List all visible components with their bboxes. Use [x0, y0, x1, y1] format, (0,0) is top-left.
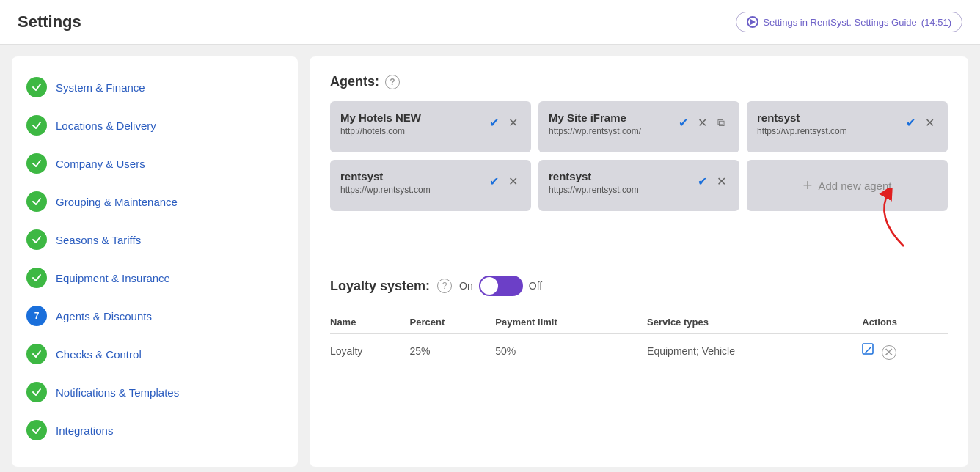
check-icon-grouping-maintenance — [26, 191, 47, 212]
sidebar-label-seasons-tariffs: Seasons & Tariffs — [56, 234, 141, 246]
loyalty-table: Name Percent Payment limit Service types… — [330, 311, 948, 369]
sidebar-item-grouping-maintenance[interactable]: Grouping & Maintenance — [12, 182, 298, 221]
agent-card-5: rentsyst https://wp.rentsyst.com ✔ ✕ — [538, 160, 739, 211]
loyalty-off-label: Off — [529, 280, 542, 292]
sidebar-label-grouping-maintenance: Grouping & Maintenance — [56, 196, 178, 208]
check-icon-equipment-insurance — [26, 268, 47, 288]
loyalty-delete-button[interactable]: ✕ — [882, 345, 896, 360]
sidebar-label-integrations: Integrations — [56, 424, 113, 437]
col-service-types: Service types — [647, 311, 862, 334]
agent-delete-icon-2[interactable]: ✕ — [694, 114, 710, 130]
col-actions: Actions — [862, 311, 948, 334]
loyalty-toggle-container: On Off — [459, 276, 542, 296]
svg-rect-1 — [863, 344, 873, 354]
play-icon — [747, 16, 758, 28]
loyalty-actions: ✕ — [862, 334, 948, 369]
loyalty-name: Loyalty — [330, 334, 410, 369]
guide-duration: (14:51) — [921, 17, 951, 28]
agent-check-icon-4[interactable]: ✔ — [486, 173, 502, 189]
badge-agents-discounts: 7 — [26, 306, 47, 326]
red-arrow-icon — [852, 188, 911, 254]
sidebar-label-agents-discounts: Agents & Discounts — [56, 310, 152, 322]
agent-card-4: rentsyst https://wp.rentsyst.com ✔ ✕ — [330, 160, 531, 211]
settings-guide-button[interactable]: Settings in RentSyst. Settings Guide (14… — [736, 12, 962, 32]
arrow-container — [330, 232, 948, 268]
sidebar-label-company-users: Company & Users — [56, 158, 145, 170]
check-icon-company-users — [26, 153, 47, 174]
guide-btn-label: Settings in RentSyst. Settings Guide — [763, 17, 917, 28]
loyalty-service-types: Equipment; Vehicle — [647, 334, 862, 369]
sidebar-label-notifications-templates: Notifications & Templates — [56, 386, 179, 399]
agent-url-2: https://wp.rentsyst.com/ — [549, 126, 641, 136]
agent-name-2: My Site iFrame — [549, 111, 641, 124]
agent-card-2: My Site iFrame https://wp.rentsyst.com/ … — [538, 101, 739, 152]
loyalty-on-label: On — [459, 280, 473, 292]
sidebar-item-seasons-tariffs[interactable]: Seasons & Tariffs — [12, 221, 298, 259]
col-payment-limit: Payment limit — [495, 311, 647, 334]
agent-url-4: https://wp.rentsyst.com — [340, 185, 431, 195]
agent-url-1: http://hotels.com — [340, 126, 421, 136]
agent-url-3: https://wp.rentsyst.com — [757, 126, 847, 136]
sidebar-item-system-finance[interactable]: System & Finance — [12, 68, 298, 106]
page-title: Settings — [18, 12, 81, 32]
sidebar-item-equipment-insurance[interactable]: Equipment & Insurance — [12, 259, 298, 297]
table-row: Loyalty 25% 50% Equipment; Vehicle — [330, 334, 948, 369]
agent-check-icon-5[interactable]: ✔ — [694, 173, 710, 189]
sidebar: System & FinanceLocations & DeliveryComp… — [12, 56, 298, 467]
loyalty-help-icon[interactable]: ? — [437, 279, 452, 293]
sidebar-item-company-users[interactable]: Company & Users — [12, 144, 298, 182]
agent-delete-icon-5[interactable]: ✕ — [713, 173, 729, 189]
agent-name-4: rentsyst — [340, 170, 431, 182]
check-icon-locations-delivery — [26, 115, 47, 136]
check-icon-system-finance — [26, 77, 47, 97]
agent-check-icon-2[interactable]: ✔ — [675, 114, 691, 130]
agent-delete-icon-1[interactable]: ✕ — [505, 114, 521, 130]
sidebar-item-integrations[interactable]: Integrations — [12, 411, 298, 449]
sidebar-item-locations-delivery[interactable]: Locations & Delivery — [12, 106, 298, 144]
agent-check-icon-1[interactable]: ✔ — [486, 114, 502, 130]
sidebar-label-equipment-insurance: Equipment & Insurance — [56, 272, 170, 284]
sidebar-label-locations-delivery: Locations & Delivery — [56, 119, 156, 132]
toggle-thumb — [480, 277, 498, 295]
col-name: Name — [330, 311, 410, 334]
agent-delete-icon-3[interactable]: ✕ — [921, 114, 937, 130]
check-icon-integrations — [26, 420, 47, 440]
loyalty-title: Loyalty system: — [330, 279, 430, 294]
add-plus-icon: + — [803, 176, 813, 195]
check-icon-checks-control — [26, 344, 47, 364]
agent-copy-icon-2[interactable]: ⧉ — [713, 114, 729, 130]
sidebar-item-agents-discounts[interactable]: 7Agents & Discounts — [12, 297, 298, 335]
sidebar-item-checks-control[interactable]: Checks & Control — [12, 335, 298, 373]
loyalty-toggle[interactable] — [479, 276, 523, 296]
agent-delete-icon-4[interactable]: ✕ — [505, 173, 521, 189]
agents-section-title: Agents: ? — [330, 74, 948, 89]
content-area: Agents: ? My Hotels NEW http://hotels.co… — [310, 56, 968, 467]
col-percent: Percent — [410, 311, 496, 334]
loyalty-section: Loyalty system: ? On Off Name Pe — [330, 276, 948, 369]
add-agent-card[interactable]: + Add new agent — [747, 160, 948, 211]
agents-help-icon[interactable]: ? — [385, 75, 400, 89]
sidebar-label-system-finance: System & Finance — [56, 81, 145, 94]
sidebar-item-notifications-templates[interactable]: Notifications & Templates — [12, 373, 298, 411]
check-icon-seasons-tariffs — [26, 229, 47, 250]
check-icon-notifications-templates — [26, 382, 47, 402]
agent-name-1: My Hotels NEW — [340, 111, 421, 124]
agent-card-1: My Hotels NEW http://hotels.com ✔ ✕ — [330, 101, 531, 152]
loyalty-edit-button[interactable] — [862, 346, 878, 358]
loyalty-percent: 25% — [410, 334, 496, 369]
agent-card-3: rentsyst https://wp.rentsyst.com ✔ ✕ — [747, 101, 948, 152]
agent-name-3: rentsyst — [757, 111, 847, 124]
loyalty-payment-limit: 50% — [495, 334, 647, 369]
agent-check-icon-3[interactable]: ✔ — [902, 114, 918, 130]
agent-url-5: https://wp.rentsyst.com — [549, 185, 639, 195]
sidebar-label-checks-control: Checks & Control — [56, 348, 142, 361]
agent-name-5: rentsyst — [549, 170, 639, 182]
